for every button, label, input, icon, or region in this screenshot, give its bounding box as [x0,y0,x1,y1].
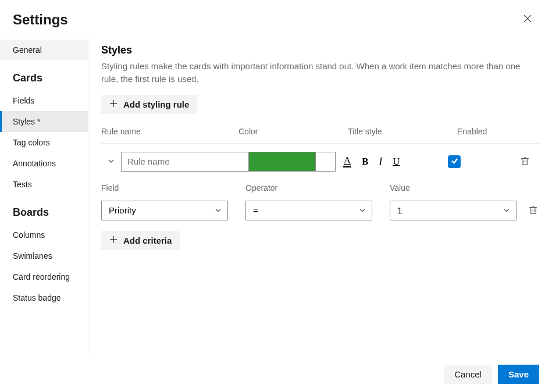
col-rule-name: Rule name [101,127,238,136]
chevron-down-icon [108,156,115,167]
rule-row: A B I U [101,144,539,180]
close-button[interactable] [519,10,536,29]
operator-select-value: = [253,205,258,215]
expand-rule-toggle[interactable] [101,156,121,167]
value-select[interactable]: 1 [390,201,517,220]
rule-name-input[interactable] [121,152,249,172]
font-color-icon: A [343,155,351,168]
font-color-button[interactable]: A [342,154,352,169]
add-criteria-label: Add criteria [123,236,172,245]
sidebar-item-tag-colors[interactable]: Tag colors [0,132,88,153]
sidebar-item-swimlanes[interactable]: Swimlanes [0,245,88,266]
trash-icon [528,208,538,216]
enabled-checkbox[interactable] [448,155,461,168]
trash-icon [520,159,530,168]
sidebar-item-general[interactable]: General [0,40,88,60]
close-icon [523,15,532,25]
sidebar-item-card-reordering[interactable]: Card reordering [0,266,88,287]
col-value: Value [390,183,517,193]
color-picker[interactable] [248,152,336,172]
chevron-down-icon [503,205,510,215]
add-criteria-button[interactable]: Add criteria [101,231,180,250]
value-select-value: 1 [397,205,402,215]
dialog-title: Settings [13,12,68,28]
bold-button[interactable]: B [361,155,369,168]
plus-icon [109,236,117,245]
col-field: Field [101,183,245,193]
plus-icon [109,99,117,109]
underline-button[interactable]: U [391,155,401,168]
add-styling-rule-button[interactable]: Add styling rule [101,95,197,114]
chevron-down-icon [215,205,222,215]
sidebar: General Cards Fields Styles * Tag colors… [0,35,88,357]
operator-select[interactable]: = [245,201,372,220]
delete-rule-button[interactable] [513,154,536,170]
add-styling-rule-label: Add styling rule [123,99,189,109]
dialog-footer: Cancel Save [0,357,552,392]
field-select[interactable]: Priority [101,201,228,220]
svg-rect-9 [530,207,536,213]
save-button[interactable]: Save [498,365,539,384]
sidebar-item-styles[interactable]: Styles * [0,111,88,132]
italic-button[interactable]: I [378,155,383,168]
sidebar-group-boards: Boards [0,195,88,224]
chevron-down-icon [359,205,366,215]
color-picker-dropdown[interactable] [315,152,335,171]
sidebar-item-columns[interactable]: Columns [0,224,88,245]
rule-name-color-group [121,152,339,172]
sidebar-item-fields[interactable]: Fields [0,90,88,111]
dialog-header: Settings [0,0,552,35]
delete-criteria-button[interactable] [526,202,540,219]
panel-title: Styles [101,44,539,56]
sidebar-item-annotations[interactable]: Annotations [0,153,88,174]
rule-column-headers: Rule name Color Title style Enabled [101,114,539,144]
col-enabled: Enabled [457,127,515,136]
criteria-row: Priority = 1 [101,201,539,220]
col-operator: Operator [245,183,390,193]
panel-description: Styling rules make the cards with import… [101,60,539,85]
title-style-group: A B I U [339,154,443,169]
enabled-cell [443,155,513,168]
main-panel: Styles Styling rules make the cards with… [88,35,552,357]
cancel-button[interactable]: Cancel [444,365,492,384]
col-color: Color [238,127,348,136]
col-title-style: Title style [348,127,457,136]
sidebar-group-cards: Cards [0,60,88,90]
sidebar-item-status-badge[interactable]: Status badge [0,287,88,308]
checkmark-icon [451,156,458,167]
criteria-column-headers: Field Operator Value [101,180,539,201]
sidebar-item-tests[interactable]: Tests [0,174,88,195]
dialog-body: General Cards Fields Styles * Tag colors… [0,35,552,357]
field-select-value: Priority [109,205,136,215]
color-swatch [249,152,315,171]
svg-rect-4 [522,158,527,164]
